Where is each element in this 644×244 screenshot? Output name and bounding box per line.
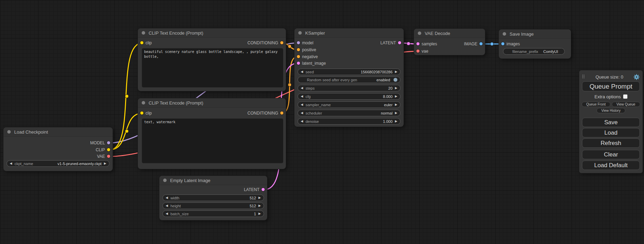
widget-steps[interactable]: ◀ steps 20 ▶	[298, 85, 400, 91]
widget-filename-prefix[interactable]: filename_prefix ComfyUI	[503, 48, 565, 55]
input-slot-images[interactable]: images	[499, 41, 520, 47]
widget-height[interactable]: ◀ height 512 ▶	[162, 202, 264, 209]
node-empty-latent-image[interactable]: Empty Latent Image LATENT ◀ width 512 ▶ …	[159, 176, 267, 220]
increment-icon[interactable]: ▶	[395, 95, 397, 98]
toggle-enabled-icon[interactable]	[394, 78, 397, 82]
input-slot-samples[interactable]: samples	[414, 41, 437, 47]
settings-gear-icon[interactable]	[634, 74, 639, 80]
model-slot-icon[interactable]	[297, 41, 300, 44]
node-clip-text-encode-negative[interactable]: CLIP Text Encode (Prompt) clip CONDITION…	[138, 98, 286, 169]
collapse-dot-icon[interactable]	[7, 130, 11, 134]
decrement-icon[interactable]: ◀	[301, 70, 303, 73]
node-title-bar[interactable]: Load Checkpoint	[3, 127, 113, 137]
vae-slot-icon[interactable]	[416, 49, 420, 53]
widget-cfg[interactable]: ◀ cfg 8.000 ▶	[298, 93, 400, 100]
model-slot-icon[interactable]	[107, 141, 110, 144]
input-slot-vae[interactable]: vae	[414, 48, 428, 54]
prompt-text-area[interactable]: text, watermark	[142, 119, 283, 163]
increment-icon[interactable]: ▶	[395, 87, 397, 90]
drag-handle-icon[interactable]	[582, 75, 585, 79]
output-slot-conditioning[interactable]: CONDITIONING	[247, 40, 286, 46]
node-load-checkpoint[interactable]: Load Checkpoint MODEL CLIP VAE ◀ ckpt_na…	[3, 127, 113, 171]
increment-icon[interactable]: ▶	[258, 212, 261, 215]
output-slot-latent[interactable]: LATENT	[380, 40, 404, 46]
node-ksampler[interactable]: KSampler model positive negative latent_…	[294, 28, 404, 127]
output-slot-image[interactable]: IMAGE	[464, 41, 485, 47]
collapse-dot-icon[interactable]	[142, 31, 145, 35]
node-save-image[interactable]: Save Image images filename_prefix ComfyU…	[499, 29, 571, 58]
decrement-icon[interactable]: ◀	[166, 196, 168, 199]
input-slot-positive[interactable]: positive	[294, 47, 316, 53]
node-graph-canvas[interactable]: Load Checkpoint MODEL CLIP VAE ◀ ckpt_na…	[0, 0, 644, 244]
load-default-button[interactable]: Load Default	[582, 161, 640, 170]
collapse-dot-icon[interactable]	[418, 31, 421, 35]
decrement-icon[interactable]: ◀	[301, 120, 303, 123]
collapse-dot-icon[interactable]	[503, 32, 506, 36]
image-slot-icon[interactable]	[501, 42, 504, 45]
increment-icon[interactable]: ▶	[395, 111, 397, 115]
refresh-button[interactable]: Refresh	[582, 138, 640, 148]
extra-options-checkbox[interactable]	[623, 94, 627, 99]
widget-random-seed-toggle[interactable]: Random seed after every gen enabled	[298, 76, 400, 83]
vae-slot-icon[interactable]	[107, 155, 110, 158]
decrement-icon[interactable]: ◀	[166, 212, 168, 215]
conditioning-slot-icon[interactable]	[297, 48, 300, 51]
load-button[interactable]: Load	[582, 128, 640, 137]
increment-icon[interactable]: ▶	[395, 103, 397, 106]
collapse-dot-icon[interactable]	[298, 31, 302, 35]
widget-batch-size[interactable]: ◀ batch_size 1 ▶	[162, 210, 264, 217]
increment-icon[interactable]: ▶	[395, 120, 397, 123]
increment-icon[interactable]: ▶	[395, 70, 397, 73]
increment-icon[interactable]: ▶	[258, 204, 261, 207]
widget-width[interactable]: ◀ width 512 ▶	[162, 195, 264, 201]
increment-icon[interactable]: ▶	[104, 162, 106, 165]
latent-slot-icon[interactable]	[398, 41, 401, 44]
prompt-text-area[interactable]: beautiful scenery nature glass bottle la…	[142, 48, 283, 87]
output-slot-model[interactable]: MODEL	[90, 140, 113, 146]
widget-ckpt-name[interactable]: ◀ ckpt_name v1-5-pruned-emaonly.ckpt ▶	[7, 160, 109, 167]
node-clip-text-encode-positive[interactable]: CLIP Text Encode (Prompt) clip CONDITION…	[138, 28, 286, 91]
image-slot-icon[interactable]	[479, 42, 483, 45]
node-title-bar[interactable]: KSampler	[294, 28, 404, 38]
clip-slot-icon[interactable]	[140, 41, 143, 44]
input-slot-clip[interactable]: clip	[138, 40, 152, 46]
widget-scheduler[interactable]: ◀ scheduler normal ▶	[298, 110, 400, 116]
decrement-icon[interactable]: ◀	[301, 87, 303, 90]
decrement-icon[interactable]: ◀	[301, 95, 303, 98]
input-slot-model[interactable]: model	[294, 40, 314, 46]
decrement-icon[interactable]: ◀	[166, 204, 168, 207]
decrement-icon[interactable]: ◀	[301, 103, 303, 106]
widget-seed[interactable]: ◀ seed 156680208700286 ▶	[298, 69, 400, 75]
decrement-icon[interactable]: ◀	[10, 162, 12, 165]
clip-slot-icon[interactable]	[140, 111, 143, 115]
latent-slot-icon[interactable]	[416, 42, 420, 45]
clip-slot-icon[interactable]	[107, 148, 110, 151]
conditioning-slot-icon[interactable]	[297, 55, 300, 58]
widget-sampler-name[interactable]: ◀ sampler_name euler ▶	[298, 101, 400, 108]
node-title-bar[interactable]: VAE Decode	[414, 29, 485, 38]
node-vae-decode[interactable]: VAE Decode samples vae IMAGE	[414, 29, 485, 55]
view-history-button[interactable]: View History	[597, 108, 625, 113]
output-slot-vae[interactable]: VAE	[97, 154, 113, 159]
view-queue-button[interactable]: View Queue	[612, 102, 641, 107]
node-title-bar[interactable]: Save Image	[499, 29, 571, 39]
queue-prompt-button[interactable]: Queue Prompt	[582, 81, 640, 91]
input-slot-negative[interactable]: negative	[294, 54, 318, 60]
widget-denoise[interactable]: ◀ denoise 1.000 ▶	[298, 118, 400, 125]
output-slot-clip[interactable]: CLIP	[96, 147, 113, 153]
node-title-bar[interactable]: CLIP Text Encode (Prompt)	[138, 98, 286, 108]
latent-slot-icon[interactable]	[297, 62, 300, 65]
output-slot-conditioning[interactable]: CONDITIONING	[247, 110, 286, 116]
node-title-bar[interactable]: CLIP Text Encode (Prompt)	[138, 28, 286, 38]
input-slot-latent-image[interactable]: latent_image	[294, 61, 326, 66]
latent-slot-icon[interactable]	[262, 188, 265, 191]
decrement-icon[interactable]: ◀	[301, 111, 303, 115]
conditioning-slot-icon[interactable]	[280, 41, 283, 44]
collapse-dot-icon[interactable]	[142, 101, 145, 105]
node-title-bar[interactable]: Empty Latent Image	[159, 176, 267, 185]
input-slot-clip[interactable]: clip	[138, 110, 152, 116]
output-slot-latent[interactable]: LATENT	[244, 187, 267, 192]
save-button[interactable]: Save	[582, 118, 640, 127]
queue-front-button[interactable]: Queue Front	[582, 102, 610, 107]
increment-icon[interactable]: ▶	[258, 196, 261, 199]
